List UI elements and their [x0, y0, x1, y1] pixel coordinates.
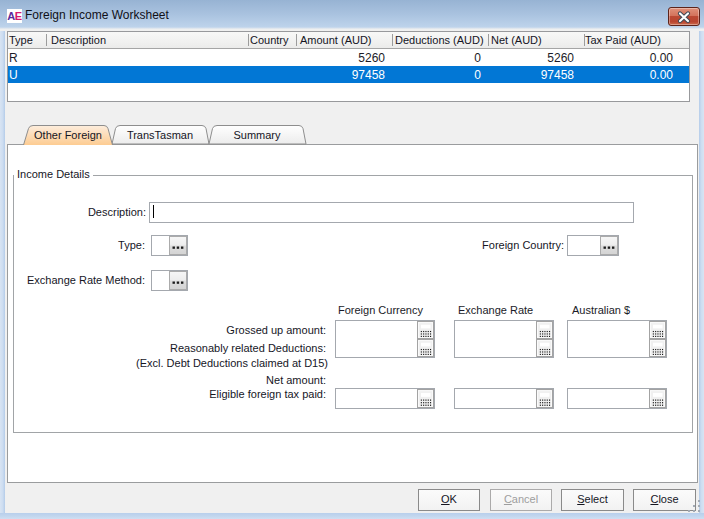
svg-text:Summary: Summary	[233, 129, 281, 141]
svg-text:Other Foreign: Other Foreign	[34, 129, 102, 141]
svg-text:TransTasman: TransTasman	[127, 129, 193, 141]
